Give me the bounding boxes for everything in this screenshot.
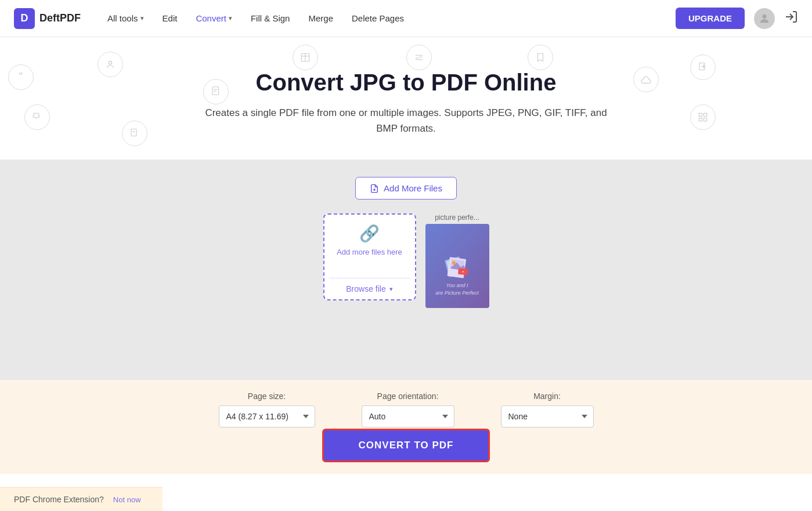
login-icon[interactable] (784, 10, 798, 27)
settings-bar: Page size: A4 (8.27 x 11.69)Letter (8.5 … (0, 380, 812, 474)
preview-image: ❤ You and I are Picture Perfect (425, 224, 489, 308)
svg-rect-3 (301, 53, 309, 61)
nav-item-delete-pages[interactable]: Delete Pages (344, 9, 412, 28)
avatar (754, 8, 775, 29)
page-size-label: Page size: (219, 392, 315, 401)
logo-icon: D (14, 8, 35, 29)
page-orientation-select[interactable]: AutoPortraitLandscape (362, 405, 454, 427)
hero-bg-icons: " (0, 37, 812, 160)
preview-filename: picture perfe... (435, 213, 479, 222)
nav-menu: All tools ▾ Edit Convert ▾ Fill & Sign M… (99, 9, 676, 28)
margin-group: Margin: NoneSmallMediumLarge (501, 392, 594, 427)
convert-to-pdf-button[interactable]: CONVERT TO PDF (322, 429, 490, 462)
chevron-down-icon: ▾ (389, 285, 393, 293)
bg-icon-grid (690, 104, 716, 130)
margin-label: Margin: (501, 392, 594, 401)
page-orientation-label: Page orientation: (362, 392, 454, 401)
svg-rect-16 (699, 63, 705, 70)
upload-dropzone[interactable]: 🔗 Add more files here Browse file ▾ (323, 213, 416, 300)
svg-rect-12 (704, 118, 707, 121)
upload-box-top: 🔗 Add more files here (337, 224, 402, 256)
file-plus-icon (370, 184, 379, 193)
nav-item-convert[interactable]: Convert ▾ (187, 9, 240, 28)
upload-text: Add more files here (337, 248, 402, 256)
page-orientation-group: Page orientation: AutoPortraitLandscape (362, 392, 454, 427)
logo-name: DeftPDF (39, 12, 81, 24)
page-title: Convert JPG to PDF Online (14, 70, 798, 96)
browse-file-button[interactable]: Browse file ▾ (329, 278, 410, 299)
paperclip-icon: 🔗 (359, 224, 380, 243)
files-area: 🔗 Add more files here Browse file ▾ pict… (323, 213, 489, 308)
svg-rect-13 (131, 129, 136, 136)
add-more-files-button[interactable]: Add More Files (355, 177, 457, 200)
chevron-down-icon: ▾ (140, 15, 144, 22)
navbar-right: UPGRADE (676, 8, 798, 29)
nav-item-merge[interactable]: Merge (300, 9, 341, 28)
bg-icon-bookmark (528, 45, 553, 70)
convert-btn-wrap: CONVERT TO PDF (322, 429, 490, 462)
page-subtitle: Creates a single PDF file from one or mu… (203, 105, 609, 136)
page-size-group: Page size: A4 (8.27 x 11.69)Letter (8.5 … (219, 392, 315, 427)
nav-item-all-tools[interactable]: All tools ▾ (99, 9, 152, 28)
svg-rect-11 (699, 118, 702, 121)
photos-svg-icon: ❤ (440, 253, 475, 279)
margin-select[interactable]: NoneSmallMediumLarge (501, 405, 594, 427)
navbar: D DeftPDF All tools ▾ Edit Convert ▾ Fil… (0, 0, 812, 37)
hero-section: " Convert JPG to PDF Online Creates a si… (0, 37, 812, 160)
nav-item-fill-sign[interactable]: Fill & Sign (243, 9, 298, 28)
svg-rect-9 (699, 114, 702, 117)
chevron-down-icon: ▾ (229, 15, 232, 22)
svg-line-7 (416, 56, 423, 58)
logo-link[interactable]: D DeftPDF (14, 8, 81, 29)
nav-item-edit[interactable]: Edit (154, 9, 186, 28)
preview-caption: You and I are Picture Perfect (425, 277, 489, 301)
bg-icon-puzzle (24, 104, 50, 130)
svg-point-2 (109, 61, 111, 64)
bg-icon-lines (406, 45, 432, 70)
svg-rect-10 (704, 114, 707, 117)
bg-icon-add-doc (122, 121, 147, 146)
upgrade-button[interactable]: UPGRADE (676, 8, 745, 29)
svg-point-0 (762, 14, 766, 18)
main-area: Add More Files 🔗 Add more files here Bro… (0, 160, 812, 380)
file-preview-card: picture perfe... (425, 213, 489, 308)
bg-icon-table (293, 45, 318, 70)
page-size-select[interactable]: A4 (8.27 x 11.69)Letter (8.5 x 11)Legal … (219, 405, 315, 427)
